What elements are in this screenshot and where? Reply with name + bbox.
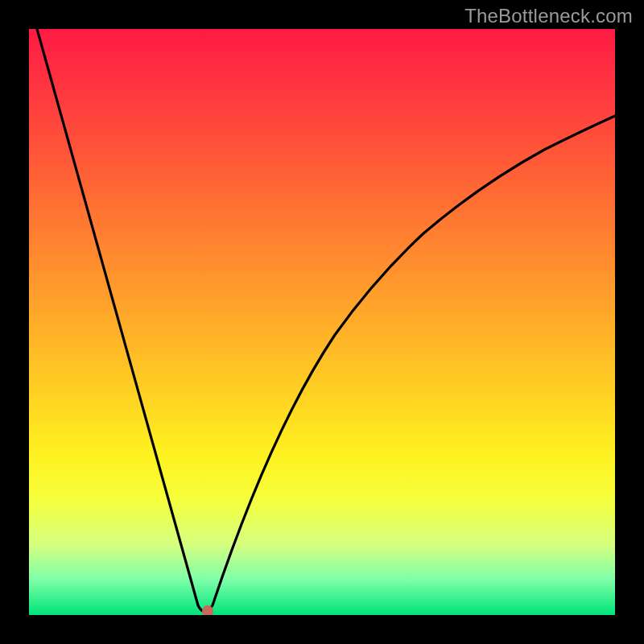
chart-frame: TheBottleneck.com <box>0 0 644 644</box>
plot-area <box>29 29 615 615</box>
curve-path <box>37 29 615 612</box>
brand-label: TheBottleneck.com <box>464 5 633 27</box>
bottleneck-curve <box>29 29 615 615</box>
valley-marker <box>202 605 213 615</box>
